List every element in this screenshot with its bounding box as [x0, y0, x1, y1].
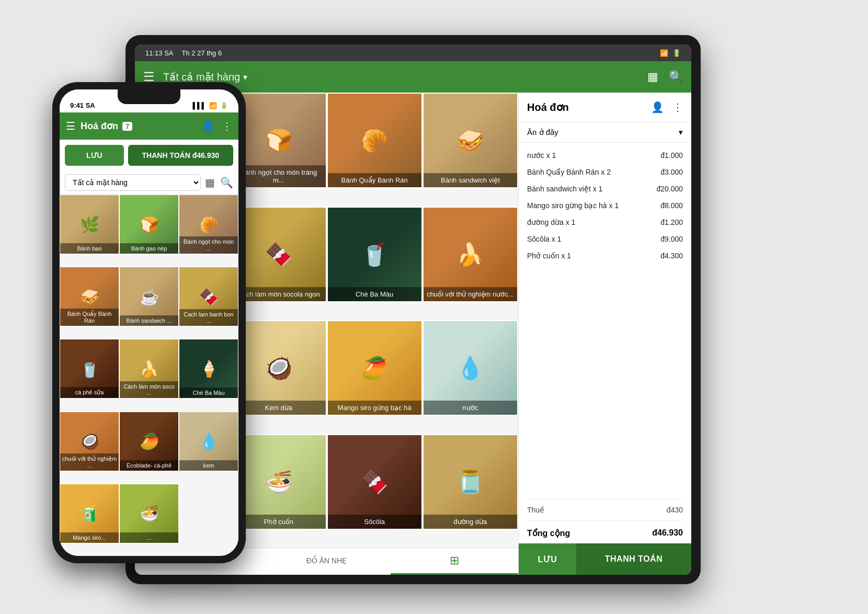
phone-product-label: kem — [179, 460, 238, 471]
phone-wifi-icon: 📶 — [209, 102, 217, 109]
phone-header-title: Hoá đơn 7 — [81, 120, 196, 132]
phone-product-cell-caphe2[interactable]: 🥤cà phê sữa — [60, 339, 119, 399]
tablet-time: 11:13 SA — [145, 49, 174, 57]
invoice-panel: Hoá đơn 👤 ⋮ Ăn ở đây ▾ nước x 1đ1.000Bán… — [519, 93, 691, 575]
phone-product-label: Cach lam banh bon ... — [179, 309, 238, 326]
phone-product-cell-cach-lam2[interactable]: 🍫Cach lam banh bon ... — [179, 267, 238, 326]
phone-product-label: Bánh sandwich ... — [120, 315, 178, 326]
phone-product-cell-banh-gao-nep[interactable]: 🍞Bánh gao nép — [119, 195, 179, 254]
barcode-scanner-icon[interactable]: ▦ — [647, 70, 658, 84]
phone-notch — [118, 89, 180, 104]
wifi-icon: 📶 — [660, 49, 668, 57]
product-cell-nuoc[interactable]: 💧nước — [422, 320, 518, 416]
phone-product-label: Bánh ngọt cho món ... — [179, 236, 238, 254]
phone-menu-icon[interactable]: ☰ — [66, 120, 75, 132]
invoice-item-price: đ1.200 — [660, 218, 683, 226]
invoice-item-name: Phở cuốn x 1 — [527, 252, 660, 260]
invoice-item-price: đ3.000 — [660, 168, 683, 176]
invoice-item-name: Bánh Quẩy Bánh Rán x 2 — [527, 168, 660, 176]
invoice-items-list: nước x 1đ1.000Bánh Quẩy Bánh Rán x 2đ3.0… — [519, 143, 691, 497]
phone-product-label: Mango siro... — [60, 532, 119, 543]
more-options-icon[interactable]: ⋮ — [672, 101, 683, 113]
tablet-date: Th 2 27 thg 6 — [182, 49, 222, 57]
phone-product-label: Cách làm món soco ... — [120, 381, 178, 398]
phone-time: 9:41 SA — [70, 101, 95, 109]
phone-header: ☰ Hoá đơn 7 👤 ⋮ — [60, 112, 238, 140]
eat-here-label: Ăn ở đây — [527, 128, 558, 137]
phone-product-cell-more1[interactable]: 🍜... — [119, 484, 179, 543]
product-cell-chuoi[interactable]: 🍌chuối với thử nghiệm nước... — [422, 207, 518, 302]
phone-product-label: chuối với thử nghiệm ... — [60, 453, 119, 471]
invoice-item: Bánh sandwich việt x 1đ20.000 — [519, 180, 691, 197]
invoice-save-button[interactable]: LƯU — [519, 543, 576, 575]
invoice-item-name: Sôcôla x 1 — [527, 235, 660, 243]
product-cell-duong-dua[interactable]: 🫙đường dừa — [422, 434, 518, 530]
product-label-banh-ngot: Bánh ngọt cho món tráng m... — [232, 165, 325, 187]
tax-row: Thuế đ430 — [519, 502, 691, 518]
invoice-item-price: đ1.000 — [660, 151, 683, 160]
eat-here-dropdown[interactable]: ▾ — [679, 128, 683, 137]
invoice-item-name: nước x 1 — [527, 151, 660, 160]
phone-product-grid: 🌿Bánh bao🍞Bánh gao nép🥐Bánh ngọt cho món… — [60, 195, 238, 556]
phone-product-cell-chuoi2[interactable]: 🥥chuối với thử nghiệm ... — [60, 412, 119, 471]
product-cell-mango[interactable]: 🥭Mango siro gừng bạc hà — [327, 320, 422, 416]
phone-product-cell-kem2[interactable]: 💧kem — [179, 412, 238, 471]
grid-icon: ⊞ — [450, 554, 459, 567]
search-icon[interactable]: 🔍 — [669, 70, 683, 84]
all-products-label: Tất cả mặt hàng — [163, 71, 240, 83]
phone-product-cell-banh-quay2[interactable]: 🥪Bánh Quẩy Bánh Rán — [60, 267, 119, 326]
invoice-actions: LƯU THANH TOÁN — [519, 543, 691, 575]
product-cell-banh-sandwich[interactable]: 🥪Bánh sandwich việt — [422, 93, 518, 188]
invoice-divider — [527, 499, 683, 499]
phone-product-cell-banh-bao[interactable]: 🌿Bánh bao — [60, 195, 119, 254]
phone-barcode-icon[interactable]: ▦ — [205, 176, 215, 189]
product-cell-socola[interactable]: 🍫Sôcôla — [327, 434, 422, 530]
invoice-item-price: đ9.000 — [660, 235, 683, 243]
phone-pay-button[interactable]: THANH TOÁN đ46.930 — [128, 145, 233, 166]
phone-save-button[interactable]: LƯU — [65, 145, 124, 166]
product-cell-che-ba-mau[interactable]: 🥤Chè Ba Màu — [327, 207, 422, 302]
invoice-item: Phở cuốn x 1đ4.300 — [519, 247, 691, 264]
phone-invoice-label: Hoá đơn — [81, 120, 118, 132]
product-label-banh-sandwich: Bánh sandwich việt — [424, 173, 517, 187]
phone-product-cell-banh-sand2[interactable]: ☕Bánh sandwich ... — [119, 267, 179, 326]
invoice-pay-button[interactable]: THANH TOÁN — [576, 543, 691, 575]
invoice-item: Sôcôla x 1đ9.000 — [519, 231, 691, 247]
eat-here-selector[interactable]: Ăn ở đây ▾ — [519, 122, 691, 143]
phone-product-cell-che-ba2[interactable]: 🍦Chè Ba Màu — [179, 339, 238, 399]
product-label-banh-quay: Bánh Quẩy Bánh Rán — [328, 173, 421, 187]
invoice-item-price: đ4.300 — [660, 252, 683, 260]
product-label-duong-dua: đường dừa — [424, 515, 517, 529]
phone-add-person-icon[interactable]: 👤 — [201, 120, 214, 132]
product-label-socola: Sôcôla — [328, 515, 421, 529]
product-label-kem-dua: Kem dừa — [232, 401, 325, 415]
phone-product-label: ... — [120, 532, 178, 543]
phone-more-icon[interactable]: ⋮ — [222, 120, 232, 132]
tax-label: Thuế — [527, 506, 544, 514]
phone-product-cell-banh-ngot[interactable]: 🥐Bánh ngọt cho món ... — [179, 195, 238, 254]
battery-icon: 🔋 — [672, 49, 681, 57]
invoice-item-name: Bánh sandwich việt x 1 — [527, 185, 656, 193]
tab-do-an-nhe[interactable]: ĐỒ ĂN NHẸ — [262, 548, 390, 575]
phone-search-icon[interactable]: 🔍 — [220, 176, 233, 189]
phone-product-cell-cach-lam3[interactable]: 🍌Cách làm món soco ... — [119, 339, 179, 399]
phone-device: 9:41 SA ▌▌▌ 📶 🔋 ☰ Hoá đơn 7 👤 ⋮ — [52, 82, 246, 563]
product-cell-banh-quay[interactable]: 🥐Bánh Quẩy Bánh Rán — [327, 93, 422, 188]
add-person-icon[interactable]: 👤 — [651, 101, 664, 113]
phone-category-filter[interactable]: Tất cả mặt hàng — [65, 174, 201, 191]
tab-grid-view[interactable]: ⊞ — [391, 548, 518, 575]
dropdown-icon[interactable]: ▾ — [243, 72, 247, 82]
phone-product-label: Chè Ba Màu — [179, 388, 238, 398]
tablet-statusbar: 11:13 SA Th 2 27 thg 6 📶 🔋 — [135, 44, 691, 61]
total-value: đ46.930 — [652, 528, 683, 538]
product-label-mango: Mango siro gừng bạc hà — [328, 401, 421, 415]
invoice-item: nước x 1đ1.000 — [519, 147, 691, 164]
product-label-nuoc: nước — [424, 401, 517, 415]
product-label-che-ba-mau: Chè Ba Màu — [328, 287, 421, 301]
invoice-item: Mango siro gừng bạc hà x 1đ8.000 — [519, 197, 691, 214]
phone-product-label: Ecoblade- cà-phê — [120, 460, 178, 471]
phone-product-cell-ecoblade[interactable]: 🥭Ecoblade- cà-phê — [119, 412, 179, 471]
phone-product-cell-mango2[interactable]: 🧃Mango siro... — [60, 484, 119, 543]
product-label-cach-lam: Cách làm món socola ngon — [232, 287, 325, 301]
invoice-item-price: đ8.000 — [660, 201, 683, 210]
